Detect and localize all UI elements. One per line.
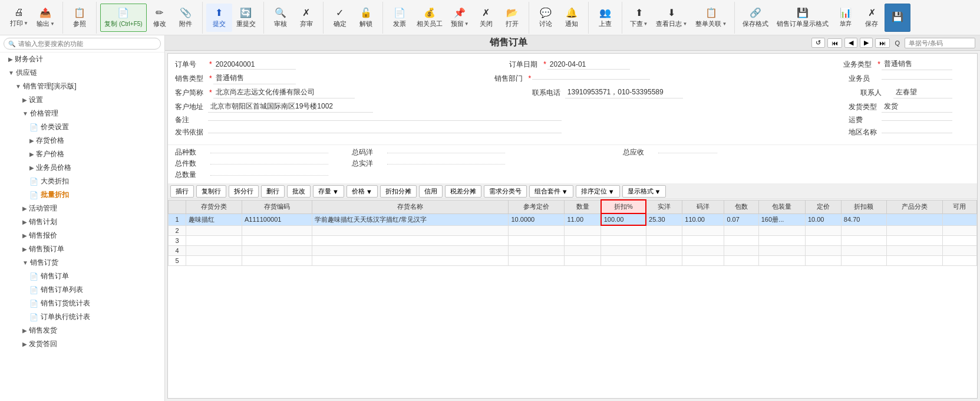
sidebar-item-sales-delivery[interactable]: ▶ 销售发货 [0,324,164,337]
reference-button[interactable]: 📋 参照 [67,4,93,32]
cell-product-code[interactable]: A111100001 [242,213,312,225]
cell-list-price[interactable] [805,235,841,245]
cell-product-category[interactable] [886,235,942,245]
cell-actual-price[interactable] [646,245,682,255]
refresh-button[interactable]: ↺ [811,38,825,48]
sales-dept-value[interactable] [532,78,650,80]
confirm-button[interactable]: ✓ 确定 [327,4,353,32]
cell-list-price[interactable] [805,245,841,255]
cell-code-ocean[interactable] [682,255,724,265]
batch-modify-button[interactable]: 批改 [287,185,311,198]
cell-discount-amount[interactable]: 84.70 [841,213,886,225]
cell-product-name[interactable] [312,225,509,235]
cell-product-cat[interactable] [186,235,242,245]
table-row[interactable]: 3 [169,235,977,245]
cell-product-code[interactable] [242,225,312,235]
prev-nav-button[interactable]: ◀ [844,38,857,48]
salesperson-value[interactable] [882,78,952,80]
sidebar-item-finance[interactable]: ▶ 财务会计 [0,52,164,66]
sidebar-item-bulk-discount[interactable]: 📄 大类折扣 [0,175,164,188]
cell-discount-pct[interactable] [601,225,646,235]
cell-code-ocean[interactable] [682,245,724,255]
cell-product-category[interactable] [886,213,942,225]
sort-position-button[interactable]: 排序定位 ▼ [576,185,620,198]
sidebar-item-sales-order-stat[interactable]: 📄 销售订货统计表 [0,297,164,310]
related-staff-button[interactable]: 👥 上查 [592,4,618,32]
cell-list-price[interactable] [805,225,841,235]
first-button[interactable]: ⏮ [827,38,842,48]
prev-button[interactable]: ⬆ 下查 ▼ [626,4,652,32]
cell-actual-price[interactable] [646,255,682,265]
tax-diff-split-button[interactable]: 税差分摊 [445,185,481,198]
freight-value[interactable] [882,119,952,121]
view-log-button[interactable]: 📋 整单关联 ▼ [691,4,731,32]
attach-button[interactable]: 📎 附件 [173,4,199,32]
cell-available[interactable] [942,255,976,265]
sidebar-item-customer-price[interactable]: ▶ 客户价格 [0,147,164,161]
table-row[interactable]: 5 [169,255,977,265]
last-button[interactable]: ⏭ [875,38,890,48]
cell-product-name[interactable] [312,255,509,265]
delivery-type-value[interactable]: 发货 [882,101,952,113]
cell-quantity[interactable] [565,255,601,265]
varieties-value[interactable] [210,152,328,153]
cell-product-code[interactable] [242,235,312,245]
sidebar-item-price-category[interactable]: 📄 价类设置 [0,120,164,134]
cell-ref-price[interactable]: 10.0000 [509,213,565,225]
prereserve-button[interactable]: 📌 预留 ▼ [447,4,473,32]
copy-row-button[interactable]: 复制行 [196,185,226,198]
sales-dept-label[interactable]: 销售部门 [494,74,527,84]
sidebar-item-settings[interactable]: ▶ 设置 [0,93,164,107]
cell-product-category[interactable] [886,225,942,235]
order-date-value[interactable]: 2020-04-01 [547,60,630,70]
cell-product-code[interactable] [242,245,312,255]
region-value[interactable] [882,132,952,133]
modify-button[interactable]: ✏ 修改 [147,4,173,32]
search-input[interactable] [4,38,161,50]
phone-value[interactable]: 13910953571，010-53395589 [565,87,683,98]
cell-quantity[interactable] [565,225,601,235]
close-button[interactable]: ✗ 关闭 [473,4,499,32]
cell-package-qty[interactable] [758,235,805,245]
contact-value[interactable]: 左春望 [893,87,952,98]
discuss-button[interactable]: 💬 讨论 [533,4,559,32]
cell-available[interactable] [942,235,976,245]
sidebar-item-sales-order[interactable]: ▼ 销售订货 [0,256,164,269]
table-row[interactable]: 1趣味描红A111100001学前趣味描红天天练汉字描红/常见汉字10.0000… [169,213,977,225]
notify-button[interactable]: 🔔 通知 [559,4,585,32]
sidebar-item-sales-quote[interactable]: ▶ 销售报价 [0,229,164,242]
print-button[interactable]: 🖨 打印 ▼ [6,4,32,32]
sidebar-item-stock-price[interactable]: ▶ 存货价格 [0,134,164,147]
cell-available[interactable] [942,213,976,225]
discard-button[interactable]: ✗ 保存 [859,4,885,32]
open-button[interactable]: 📂 打开 [499,4,525,32]
submit-button[interactable]: ⬆ 提交 [206,4,232,32]
unlock-button[interactable]: 🔓 解锁 [353,4,379,32]
cell-packages[interactable] [724,245,758,255]
credit-button[interactable]: 信用 [419,185,443,198]
cell-ref-price[interactable] [509,245,565,255]
cell-product-cat[interactable] [186,255,242,265]
cell-product-cat[interactable] [186,245,242,255]
split-row-button[interactable]: 拆分行 [229,185,259,198]
sales-type-value[interactable]: 普通销售 [213,73,296,84]
cell-package-qty[interactable]: 160册... [758,213,805,225]
export-button[interactable]: 📤 输出 ▼ [32,4,59,32]
cell-product-name[interactable]: 学前趣味描红天天练汉字描红/常见汉字 [312,213,509,225]
cell-list-price[interactable] [805,255,841,265]
customer-label[interactable]: 客户简称 [175,88,208,98]
sidebar-item-delivery-reply[interactable]: ▶ 发货答回 [0,337,164,351]
cell-ref-price[interactable] [509,225,565,235]
abandon-button[interactable]: ✗ 弃审 [293,4,319,32]
cell-packages[interactable] [724,255,758,265]
invoice-button[interactable]: 📄 发票 [387,4,413,32]
cell-actual-price[interactable] [646,225,682,235]
sidebar-item-sales-plan[interactable]: ▶ 销售计划 [0,215,164,229]
review-button[interactable]: 🔍 审核 [268,4,293,32]
cell-actual-price[interactable] [646,235,682,245]
sidebar-item-sales-preorder[interactable]: ▶ 销售预订单 [0,242,164,256]
order-search-input[interactable] [905,38,975,48]
cell-list-price[interactable]: 10.00 [805,213,841,225]
sidebar-item-sales-mgmt[interactable]: ▼ 销售管理[演示版] [0,80,164,93]
cell-packages[interactable] [724,225,758,235]
